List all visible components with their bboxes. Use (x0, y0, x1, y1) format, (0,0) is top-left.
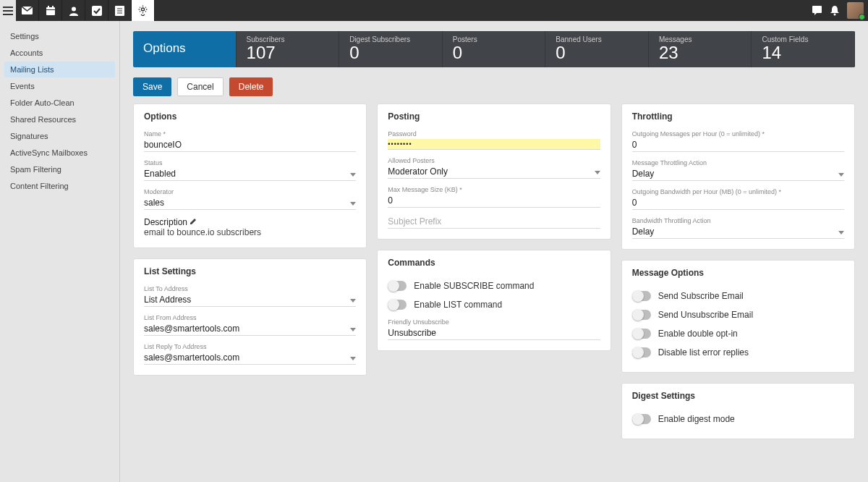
tasks-icon[interactable] (85, 0, 109, 21)
card-options-title: Options (144, 111, 356, 122)
toggle-disable-error-label: Disable list error replies (658, 347, 749, 358)
menu-hamburger-icon[interactable] (0, 0, 16, 21)
toggle-double-optin-label: Enable double opt-in (658, 329, 738, 339)
chevron-down-icon (350, 328, 356, 331)
sidebar: SettingsAccountsMailing ListsEventsFolde… (0, 21, 120, 482)
name-field-label: Name * (144, 130, 356, 138)
sidebar-item[interactable]: Folder Auto-Clean (4, 95, 115, 111)
list-reply-label: List Reply To Address (144, 343, 356, 350)
toggle-subscribe[interactable] (388, 281, 407, 291)
svg-point-5 (72, 7, 76, 11)
moderator-field-label: Moderator (144, 188, 356, 195)
toggle-list[interactable] (388, 300, 407, 310)
stat-value: 14 (762, 43, 781, 62)
moderator-select[interactable]: sales (144, 196, 356, 210)
sidebar-item[interactable]: Mailing Lists (4, 62, 115, 77)
sidebar-item[interactable]: ActiveSync Mailboxes (4, 145, 115, 161)
edit-icon[interactable] (190, 217, 197, 227)
chat-icon[interactable] (812, 5, 822, 16)
stat-value: 107 (247, 43, 276, 62)
toggle-double-optin[interactable] (632, 329, 651, 339)
description-text: email to bounce.io subscribers (144, 227, 356, 237)
stat-cell[interactable]: Banned Users0 (545, 31, 649, 67)
password-field[interactable] (388, 139, 600, 150)
card-message-options: Message Options Send Subscribe Email Sen… (621, 260, 855, 373)
toggle-digest-mode[interactable] (632, 414, 651, 424)
page-title: Options (133, 31, 237, 67)
bell-icon[interactable] (830, 5, 840, 16)
main: Options Subscribers107Digest Subscribers… (120, 21, 868, 482)
subject-prefix-field[interactable] (388, 215, 600, 229)
toggle-subscribe-label: Enable SUBSCRIBE command (414, 281, 534, 291)
chevron-down-icon (350, 202, 356, 206)
stat-value: 23 (659, 43, 678, 62)
msg-action-select[interactable]: Delay (632, 167, 844, 181)
sidebar-item[interactable]: Settings (4, 28, 115, 44)
list-to-select[interactable]: List Address (144, 293, 356, 307)
list-reply-select[interactable]: sales@smartertools.com (144, 351, 356, 365)
stat-label: Banned Users (556, 35, 638, 43)
password-label: Password (388, 130, 600, 138)
chevron-down-icon (350, 299, 356, 303)
layout: SettingsAccountsMailing ListsEventsFolde… (0, 21, 868, 482)
calendar-icon[interactable] (39, 0, 62, 21)
sidebar-item[interactable]: Shared Resources (4, 111, 115, 127)
col-3: Throttling Outgoing Messages per Hour (0… (621, 103, 855, 439)
sidebar-item[interactable]: Events (4, 78, 115, 94)
contacts-icon[interactable] (62, 0, 85, 21)
sidebar-item[interactable]: Signatures (4, 128, 115, 144)
sidebar-item[interactable]: Accounts (4, 45, 115, 61)
chevron-down-icon (595, 171, 600, 174)
out-bw-field[interactable] (632, 196, 844, 210)
list-from-label: List From Address (144, 314, 356, 321)
name-field[interactable] (144, 138, 356, 152)
card-digest: Digest Settings Enable digest mode (621, 383, 855, 439)
toggle-send-subscribe[interactable] (632, 291, 651, 301)
friendly-unsub-label: Friendly Unsubscribe (388, 318, 600, 326)
sidebar-item[interactable]: Content Filtering (4, 178, 115, 194)
toggle-send-unsubscribe[interactable] (632, 310, 651, 320)
notes-icon[interactable] (109, 0, 132, 21)
stat-value: 0 (556, 43, 565, 62)
toggle-disable-error[interactable] (632, 347, 651, 358)
posters-label: Allowed Posters (388, 157, 600, 164)
out-msg-label: Outgoing Messages per Hour (0 = unlimite… (632, 130, 844, 138)
stat-label: Posters (453, 35, 535, 43)
status-select[interactable]: Enabled (144, 167, 356, 181)
card-list-settings: List Settings List To Address List Addre… (133, 258, 367, 376)
toggle-list-label: Enable LIST command (414, 300, 502, 310)
stat-cell[interactable]: Subscribers107 (237, 31, 340, 67)
card-digest-title: Digest Settings (632, 391, 844, 401)
list-from-select[interactable]: sales@smartertools.com (144, 322, 356, 336)
stat-cell[interactable]: Messages23 (649, 31, 752, 67)
save-button[interactable]: Save (133, 77, 171, 96)
chevron-down-icon (350, 357, 356, 360)
stat-cell[interactable]: Posters0 (443, 31, 546, 67)
action-buttons: Save Cancel Delete (133, 77, 855, 96)
friendly-unsub-field[interactable] (388, 326, 600, 340)
avatar[interactable] (847, 2, 864, 19)
topbar-right (812, 0, 868, 21)
col-1: Options Name * Status Enabled Moderator … (133, 103, 367, 376)
toggle-digest-mode-label: Enable digest mode (658, 414, 735, 424)
svg-rect-4 (46, 9, 55, 10)
chevron-down-icon (350, 173, 356, 177)
mail-icon[interactable] (16, 0, 39, 21)
delete-button[interactable]: Delete (229, 77, 273, 96)
out-msg-field[interactable] (632, 138, 844, 152)
sidebar-item[interactable]: Spam Filtering (4, 161, 115, 177)
stat-cell[interactable]: Custom Fields14 (752, 31, 855, 67)
page-title-text: Options (143, 41, 186, 56)
posters-select[interactable]: Moderator Only (388, 165, 600, 179)
cancel-button[interactable]: Cancel (177, 77, 223, 96)
stat-label: Digest Subscribers (349, 35, 432, 43)
card-options: Options Name * Status Enabled Moderator … (133, 103, 367, 248)
chevron-down-icon (838, 231, 844, 234)
bw-action-select[interactable]: Delay (632, 225, 844, 239)
svg-rect-3 (52, 6, 54, 9)
card-commands-title: Commands (388, 258, 600, 268)
card-posting: Posting Password Allowed Posters Moderat… (377, 103, 610, 240)
max-size-field[interactable] (388, 194, 600, 208)
settings-icon[interactable] (132, 0, 155, 21)
stat-cell[interactable]: Digest Subscribers0 (339, 31, 443, 67)
